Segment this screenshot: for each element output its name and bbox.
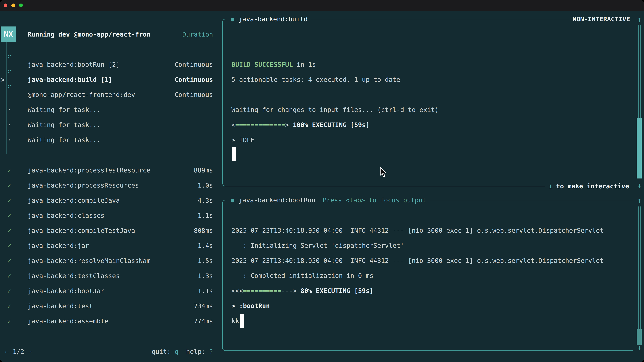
completed-task-row[interactable]: ✓ java-backend:testClasses 1.3s [0, 268, 218, 283]
titlebar [0, 0, 644, 11]
task-name: java-backend:resolveMainClassNam [28, 257, 150, 265]
build-progress-bar: <=============> 100% EXECUTING [59s] [232, 117, 370, 132]
waiting-label: Waiting for task... [28, 136, 100, 144]
task-row-build[interactable]: ⠋ java-backend:build [1] Continuous [0, 72, 218, 87]
task-name: java-backend:processTestResource [28, 167, 150, 174]
scrollbar-track[interactable] [638, 206, 641, 329]
check-icon: ✓ [8, 287, 11, 295]
scrollbar-thumb[interactable] [636, 118, 642, 178]
completed-task-row[interactable]: ✓ java-backend:test 734ms [0, 299, 218, 314]
bullet-icon: · [8, 106, 11, 113]
build-pane-header: ●java-backend:build NON-INTERACTIVE [223, 19, 636, 19]
task-duration: 1.1s [198, 212, 213, 219]
task-duration: 774ms [194, 318, 213, 325]
bootrun-pane-header: ●java-backend:bootRunPress <tab> to focu… [223, 200, 633, 200]
progress-fill: ========== [243, 287, 282, 295]
completed-task-row[interactable]: ✓ java-backend:classes 1.1s [0, 208, 218, 223]
task-dot-icon: ● [231, 197, 234, 203]
waiting-label: Waiting for task... [28, 121, 100, 129]
completed-task-row[interactable]: ✓ java-backend:processTestResource 889ms [0, 163, 218, 178]
terminal-cursor [232, 147, 236, 161]
completed-task-row[interactable]: ✓ java-backend:assemble 774ms [0, 314, 218, 329]
spinner-icon: ⠋ [8, 84, 12, 91]
waiting-task-row: · Waiting for task... [0, 117, 218, 132]
progress-label: 100% EXECUTING [59s] [293, 121, 370, 129]
terminal-cursor [240, 314, 244, 328]
completed-task-row[interactable]: ✓ java-backend:compileTestJava 808ms [0, 223, 218, 238]
build-pane-title: java-backend:build [238, 15, 308, 23]
completed-task-row[interactable]: ✓ java-backend:bootJar 1.1s [0, 283, 218, 299]
task-row-frontend-dev[interactable]: ⠋ @mono-app/react-frontend:dev Continuou… [0, 87, 218, 102]
idle-status-line: > IDLE [232, 132, 254, 147]
completed-task-row[interactable]: ✓ java-backend:processResources 1.0s [0, 178, 218, 193]
bootrun-progress-bar: <<<==========---> 80% EXECUTING [59s] [232, 283, 374, 298]
scroll-up-arrow[interactable]: ↑ [635, 196, 644, 205]
task-name: java-backend:jar [28, 242, 89, 249]
task-name: java-backend:assemble [28, 318, 108, 325]
check-icon: ✓ [8, 318, 11, 325]
waiting-task-row: · Waiting for task... [0, 132, 218, 147]
task-duration: 1.0s [198, 182, 213, 189]
check-icon: ✓ [8, 212, 11, 219]
prev-page-arrow[interactable]: ← [5, 348, 9, 355]
page-indicator: 1/2 [13, 348, 24, 355]
task-duration: 1.1s [198, 287, 213, 295]
build-success-line: BUILD SUCCESSFUL in 1s [232, 57, 316, 72]
bootrun-command-line: > :bootRun [232, 298, 270, 313]
mouse-cursor [379, 167, 387, 178]
completed-task-row[interactable]: ✓ java-backend:jar 1.4s [0, 238, 218, 253]
completed-task-row[interactable]: ✓ java-backend:compileJava 4.3s [0, 193, 218, 208]
progress-open-bracket: < [232, 121, 235, 129]
task-name: java-backend:build [1] [28, 76, 112, 83]
next-page-arrow[interactable]: → [28, 348, 32, 355]
screen: NX Running dev @mono-app/react-fron Dura… [0, 0, 644, 362]
waiting-task-row: · Waiting for task... [0, 102, 218, 117]
bullet-icon: · [8, 121, 11, 129]
task-name: java-backend:bootJar [28, 287, 104, 295]
zoom-button[interactable] [19, 3, 23, 7]
scroll-down-arrow[interactable]: ↓ [635, 181, 644, 190]
help-hints: quit: q help: ? [152, 348, 213, 355]
close-button[interactable] [4, 3, 8, 7]
check-icon: ✓ [8, 242, 11, 249]
check-icon: ✓ [8, 272, 11, 280]
minimize-button[interactable] [12, 3, 15, 7]
actionable-tasks-line: 5 actionable tasks: 4 executed, 1 up-to-… [232, 72, 400, 87]
task-duration: 889ms [194, 167, 213, 174]
check-icon: ✓ [8, 197, 11, 204]
task-duration: 808ms [194, 227, 213, 234]
page-title: Running dev @mono-app/react-fron [28, 31, 150, 38]
typed-input-line[interactable]: kk [232, 313, 244, 329]
build-pane-footer: i to make interactive [223, 186, 636, 186]
task-name: java-backend:test [28, 302, 93, 310]
focus-output-hint: Press <tab> to focus output [323, 196, 426, 204]
check-icon: ✓ [8, 182, 11, 189]
progress-open-bracket: <<< [232, 287, 243, 295]
log-line: 2025-07-23T13:40:18.950-04:00 INFO 44312… [232, 223, 604, 238]
log-line: : Initializing Servlet 'dispatcherServle… [232, 238, 404, 253]
scroll-down-arrow[interactable]: ↓ [635, 343, 644, 352]
bootrun-pane-title-group: ●java-backend:bootRunPress <tab> to focu… [227, 195, 430, 205]
task-name: java-backend:compileTestJava [28, 227, 135, 234]
quit-key: q [174, 348, 178, 355]
build-success-text: BUILD SUCCESSFUL [232, 61, 293, 68]
scrollbar-thumb[interactable] [636, 329, 642, 345]
waiting-label: Waiting for task... [28, 106, 100, 113]
task-duration: 1.4s [198, 242, 213, 249]
task-status: Continuous [174, 61, 213, 68]
task-duration: 1.5s [198, 257, 213, 265]
duration-column-header: Duration [182, 31, 213, 38]
help-key: ? [209, 348, 213, 355]
progress-label: 80% EXECUTING [59s] [300, 287, 374, 295]
task-row-bootrun[interactable]: ⠋ java-backend:bootRun [2] Continuous [0, 57, 218, 72]
scroll-up-arrow[interactable]: ↑ [635, 15, 644, 24]
task-name: java-backend:testClasses [28, 272, 120, 280]
bullet-icon: · [8, 136, 11, 144]
bootrun-pane-title: java-backend:bootRun [238, 196, 315, 204]
scrollbar-track[interactable] [638, 25, 641, 118]
completed-task-row[interactable]: ✓ java-backend:resolveMainClassNam 1.5s [0, 253, 218, 268]
progress-close-bracket: ---> [281, 287, 297, 295]
log-line: : Completed initialization in 0 ms [232, 268, 373, 283]
spinner-icon: ⠋ [8, 54, 12, 61]
task-status: Continuous [174, 76, 213, 83]
